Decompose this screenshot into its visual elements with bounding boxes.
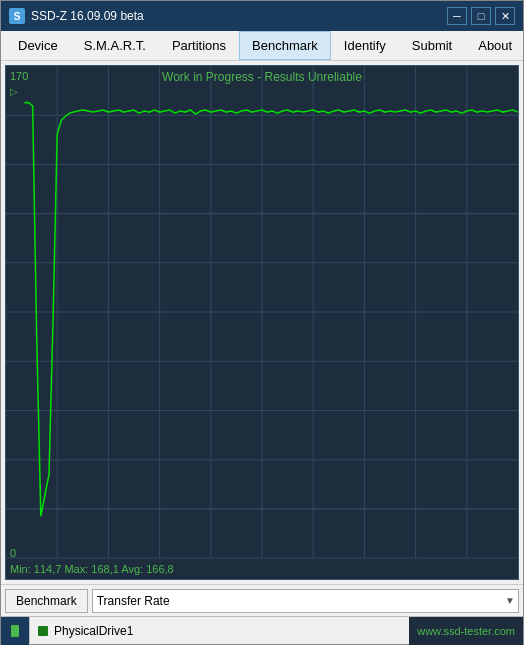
- benchmark-chart: Work in Progress - Results Unreliable 17…: [5, 65, 519, 580]
- menu-smart[interactable]: S.M.A.R.T.: [71, 31, 159, 60]
- drive-name: PhysicalDrive1: [54, 624, 133, 638]
- title-bar: S SSD-Z 16.09.09 beta ─ □ ✕: [1, 1, 523, 31]
- menu-identify[interactable]: Identify: [331, 31, 399, 60]
- transfer-rate-select[interactable]: Transfer Rate IOPS Access Time: [92, 589, 519, 613]
- chart-title: Work in Progress - Results Unreliable: [6, 70, 518, 84]
- chart-play-icon[interactable]: ▷: [10, 86, 18, 97]
- drive-indicator: [38, 626, 48, 636]
- maximize-button[interactable]: □: [471, 7, 491, 25]
- menu-device[interactable]: Device: [5, 31, 71, 60]
- chart-y-min: 0: [10, 547, 16, 559]
- chart-svg: [6, 66, 518, 579]
- disk-icon: [11, 625, 19, 637]
- status-drive: PhysicalDrive1: [30, 624, 409, 638]
- benchmark-button[interactable]: Benchmark: [5, 589, 88, 613]
- status-bar: PhysicalDrive1 www.ssd-tester.com: [1, 616, 523, 644]
- website-label: www.ssd-tester.com: [409, 617, 523, 645]
- menu-about[interactable]: About: [465, 31, 524, 60]
- menu-bar: Device S.M.A.R.T. Partitions Benchmark I…: [1, 31, 523, 61]
- window-controls: ─ □ ✕: [447, 7, 515, 25]
- toolbar: Benchmark Transfer Rate IOPS Access Time…: [1, 584, 523, 616]
- chart-stats: Min: 114,7 Max: 168,1 Avg: 166,8: [10, 563, 174, 575]
- window-title: SSD-Z 16.09.09 beta: [31, 9, 447, 23]
- transfer-rate-dropdown-wrapper: Transfer Rate IOPS Access Time ▼: [92, 589, 519, 613]
- minimize-button[interactable]: ─: [447, 7, 467, 25]
- menu-benchmark[interactable]: Benchmark: [239, 31, 331, 60]
- menu-partitions[interactable]: Partitions: [159, 31, 239, 60]
- app-icon: S: [9, 8, 25, 24]
- main-window: S SSD-Z 16.09.09 beta ─ □ ✕ Device S.M.A…: [0, 0, 524, 645]
- menu-submit[interactable]: Submit: [399, 31, 465, 60]
- close-button[interactable]: ✕: [495, 7, 515, 25]
- status-icon: [1, 617, 29, 645]
